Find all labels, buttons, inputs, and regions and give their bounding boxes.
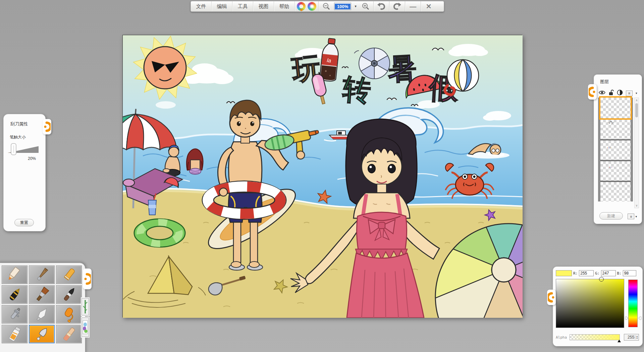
layer-thumbnail-1[interactable] (600, 98, 631, 118)
tool-palette-knife[interactable] (29, 305, 55, 324)
title-char-turn: 转 (341, 73, 372, 107)
tool-paint-bottle[interactable] (2, 325, 28, 343)
tool-colored-pencil[interactable] (2, 266, 28, 284)
scraper-properties-panel: 刮刀属性 笔触大小 20% 重置 (3, 114, 46, 231)
tool-palette (0, 263, 85, 352)
layer-thumbnail-2[interactable]: ▪▞▚▪ (600, 118, 631, 139)
menu-help[interactable]: 帮助 (274, 1, 295, 11)
main-toolbar: 文件 编辑 工具 视图 帮助 100% ▼ — ✕ (191, 1, 444, 12)
paint-app: { "toolbar": { "menus": [ {"label": "文件"… (0, 0, 644, 352)
color-collapse-handle[interactable] (547, 290, 556, 305)
zoom-level-combo[interactable]: 100% (334, 3, 351, 10)
brush-size-label: 笔触大小 (10, 134, 45, 140)
tool-flat-brush[interactable] (29, 285, 55, 304)
tool-scraper-knife-selected[interactable] (29, 325, 55, 343)
layers-options-icon[interactable]: ≡ (628, 214, 634, 219)
beach-illustration: 玩 la 转 暑 假 (123, 35, 523, 318)
zoom-in-icon[interactable] (360, 2, 371, 10)
tool-paint-roller[interactable] (56, 305, 82, 324)
layers-panel: 图层 ≡ ▾ ▪▞▚▪ ▪▪▪▪ ▪▪▪ ── ∧ ∨ 新建 ≡ ▾ (594, 74, 642, 224)
tool-point-brush[interactable] (56, 285, 82, 304)
brush-size-value: 20% (4, 156, 36, 161)
b-label: B: (617, 271, 622, 276)
scroll-up-icon[interactable]: ∧ (636, 99, 638, 102)
sv-selector-icon[interactable] (599, 277, 604, 282)
layers-options-caret-icon[interactable]: ▾ (635, 215, 637, 218)
layers-collapse-handle[interactable] (588, 84, 597, 100)
tool-eraser[interactable] (56, 325, 82, 343)
palette-collapse-handle[interactable] (83, 269, 92, 289)
r-input[interactable] (579, 270, 594, 276)
redo-icon[interactable] (391, 2, 403, 10)
alpha-value: 255 (624, 335, 635, 340)
brush-size-slider[interactable] (6, 143, 41, 156)
new-layer-button[interactable]: 新建 (599, 212, 623, 220)
alpha-slider[interactable] (570, 334, 620, 340)
menu-view[interactable]: 视图 (253, 1, 274, 11)
alpha-down-icon[interactable]: ▼ (636, 337, 638, 339)
g-input[interactable] (601, 270, 616, 276)
notice-dot-icon (300, 9, 303, 11)
undo-icon[interactable] (376, 2, 387, 10)
layer-thumbnail-3[interactable]: ▪▪▪▪ (600, 139, 631, 160)
tool-crayon[interactable] (56, 266, 82, 284)
scroll-down-icon[interactable]: ∨ (636, 204, 638, 207)
color-picker-panel: R: G: B: Alpha 255 ▲▼ (553, 267, 643, 346)
hue-marker-left-icon[interactable] (626, 316, 628, 320)
contrast-icon[interactable] (617, 90, 623, 97)
saturation-value-field[interactable] (556, 279, 624, 328)
layers-scrollbar[interactable]: ∧ ∨ (634, 98, 639, 208)
tool-fountain-pen[interactable] (2, 285, 28, 304)
menu-edit[interactable]: 编辑 (212, 1, 232, 11)
menu-tools[interactable]: 工具 (232, 1, 253, 11)
b-input[interactable] (623, 270, 636, 276)
layer-thumbnail-5[interactable]: ── (600, 181, 631, 201)
layer-thumbnail-4[interactable]: ▪▪▪ (600, 160, 631, 181)
scroll-thumb[interactable] (635, 103, 638, 117)
scraper-panel-title: 刮刀属性 (10, 121, 45, 127)
layers-panel-title: 图层 (600, 79, 642, 85)
g-label: G: (595, 271, 599, 276)
drawing-canvas[interactable]: 玩 la 转 暑 假 (122, 35, 522, 317)
panel-collapse-handle[interactable] (43, 119, 51, 134)
layer-blend-caret-icon[interactable]: ▾ (636, 92, 637, 95)
hue-marker-right-icon[interactable] (639, 316, 641, 320)
zoom-out-icon[interactable] (321, 2, 332, 10)
current-color-swatch (556, 270, 572, 276)
close-icon[interactable]: ✕ (423, 2, 434, 10)
minimize-icon[interactable]: — (407, 3, 419, 10)
tool-airbrush[interactable] (2, 305, 28, 324)
unlock-icon[interactable] (608, 90, 614, 97)
green-swim-ring (134, 219, 185, 247)
layer-blend-menu-icon[interactable]: ≡ (626, 91, 633, 96)
layer-list: ▪▞▚▪ ▪▪▪▪ ▪▪▪ ── (598, 98, 633, 201)
zoom-dropdown-arrow-icon[interactable]: ▼ (353, 5, 358, 8)
alpha-marker-icon[interactable] (618, 340, 621, 342)
tool-wood-pencil[interactable] (29, 266, 55, 284)
bottle-label: la (327, 57, 331, 63)
alpha-label: Alpha (556, 335, 567, 340)
hue-slider[interactable] (628, 280, 638, 327)
reset-button[interactable]: 重置 (14, 219, 34, 226)
eye-icon[interactable] (599, 90, 605, 96)
color-swirl-icon[interactable] (308, 2, 316, 11)
bamboo-brush-button[interactable] (82, 298, 89, 315)
alpha-spinbox[interactable]: 255 ▲▼ (624, 334, 639, 341)
r-label: R: (573, 271, 578, 276)
zoom-level-value: 100% (335, 4, 351, 9)
texture-image-button[interactable] (82, 317, 89, 337)
menu-file[interactable]: 文件 (191, 1, 212, 11)
